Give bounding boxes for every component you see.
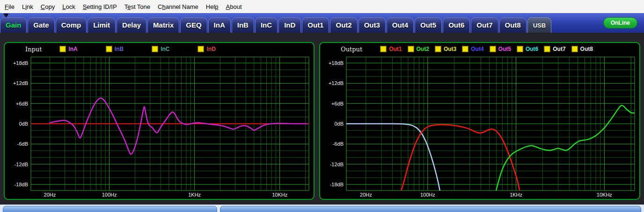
- x-tick-label: 20Hz: [360, 192, 372, 198]
- menu-item-help[interactable]: Help: [202, 1, 222, 13]
- tab-out3[interactable]: Out3: [359, 17, 386, 33]
- legend-label-out5: Out5: [498, 46, 511, 52]
- y-tick-label: 0dB: [19, 121, 28, 127]
- tab-out4[interactable]: Out4: [387, 17, 414, 33]
- menu-item-copy[interactable]: Copy: [37, 1, 59, 13]
- legend-checkbox-out5[interactable]: [490, 46, 496, 52]
- x-tick-label: 20Hz: [44, 192, 56, 198]
- legend-item-inc: InC: [152, 46, 169, 52]
- chevron-down-icon[interactable]: [3, 14, 9, 18]
- bottom-panel-header-right: [220, 206, 641, 212]
- y-tick-label: -12dB: [15, 162, 28, 167]
- tab-gain[interactable]: Gain: [0, 17, 27, 33]
- legend-label-out1: Out1: [389, 46, 402, 52]
- online-status-button[interactable]: OnLine: [603, 17, 637, 28]
- legend-label-inc: InC: [161, 46, 169, 52]
- legend-label-ina: InA: [68, 46, 77, 52]
- output-eq-plot: +18dB+12dB+6dB0dB-6dB-12dB-18dB20Hz100Hz…: [320, 55, 639, 199]
- menu-item-file[interactable]: File: [1, 1, 18, 13]
- legend-item-ind: InD: [198, 46, 215, 52]
- legend-label-out8: Out8: [580, 46, 593, 52]
- graph-area: Input InAInBInCInD +18dB+12dB+6dB0dB-6dB…: [0, 33, 644, 205]
- tab-geq[interactable]: GEQ: [180, 17, 207, 33]
- panel-title: Input: [25, 46, 42, 53]
- x-tick-label: 100Hz: [420, 192, 435, 198]
- y-tick-label: -18dB: [330, 182, 344, 187]
- output-legend: Out1Out2Out3Out4Out5Out6Out7Out8: [380, 46, 599, 52]
- legend-checkbox-out1[interactable]: [380, 46, 387, 52]
- tab-out2[interactable]: Out2: [330, 17, 357, 33]
- curve-out4: [346, 124, 440, 195]
- tab-ina[interactable]: InA: [208, 17, 231, 33]
- legend-checkbox-out3[interactable]: [435, 46, 441, 52]
- menu-item-about[interactable]: About: [222, 1, 246, 13]
- tab-out1[interactable]: Out1: [302, 17, 329, 33]
- tab-matrix[interactable]: Matrix: [147, 17, 179, 33]
- y-tick-label: -6dB: [333, 141, 344, 147]
- menu-item-test-tone[interactable]: Test Tone: [121, 1, 154, 13]
- legend-item-out8: Out8: [571, 46, 593, 52]
- bottom-panel-header-left: [3, 206, 217, 212]
- y-tick-label: -6dB: [17, 141, 28, 147]
- legend-item-out2: Out2: [408, 46, 429, 52]
- legend-checkbox-out2[interactable]: [408, 46, 414, 52]
- legend-label-inb: InB: [115, 46, 124, 52]
- tab-inc[interactable]: InC: [255, 17, 278, 33]
- legend-checkbox-ina[interactable]: [59, 46, 66, 52]
- menu-bar: FileLinkCopyLockSetting ID/IPTest ToneCh…: [0, 0, 644, 13]
- menu-item-setting-id-ip[interactable]: Setting ID/IP: [79, 1, 121, 13]
- input-legend: InAInBInCInD: [59, 46, 243, 52]
- y-tick-label: +18dB: [329, 60, 344, 66]
- y-tick-label: +6dB: [16, 101, 28, 106]
- output-panel-header: Output Out1Out2Out3Out4Out5Out6Out7Out8: [320, 43, 639, 55]
- tab-limit[interactable]: Limit: [88, 17, 116, 33]
- x-tick-label: 10KHz: [597, 192, 612, 198]
- input-eq-svg: +18dB+12dB+6dB0dB-6dB-12dB-18dB20Hz100Hz…: [5, 55, 314, 199]
- tab-delay[interactable]: Delay: [117, 17, 146, 33]
- legend-item-out1: Out1: [380, 46, 402, 52]
- curve-ina: [50, 98, 307, 154]
- menu-item-link[interactable]: Link: [18, 1, 37, 13]
- tab-out7[interactable]: Out7: [471, 17, 498, 33]
- legend-item-out7: Out7: [544, 46, 565, 52]
- legend-checkbox-out6[interactable]: [517, 46, 523, 52]
- y-tick-label: 0dB: [334, 121, 344, 127]
- tab-usb[interactable]: USB: [527, 17, 551, 33]
- x-tick-label: 1KHz: [510, 192, 522, 198]
- legend-item-inb: InB: [106, 46, 124, 52]
- legend-item-out3: Out3: [435, 46, 456, 52]
- legend-label-out4: Out4: [471, 46, 483, 52]
- tab-inb[interactable]: InB: [232, 17, 254, 33]
- tab-out6[interactable]: Out6: [443, 17, 470, 33]
- x-tick-label: 1KHz: [188, 192, 201, 198]
- legend-label-out3: Out3: [444, 46, 456, 52]
- legend-item-out4: Out4: [462, 46, 483, 52]
- input-eq-panel: Input InAInBInCInD +18dB+12dB+6dB0dB-6dB…: [4, 42, 315, 200]
- legend-label-out7: Out7: [553, 46, 565, 52]
- legend-item-out5: Out5: [490, 46, 511, 52]
- legend-label-out2: Out2: [417, 46, 429, 52]
- tab-out8[interactable]: Out8: [499, 17, 527, 33]
- legend-checkbox-out7[interactable]: [544, 46, 550, 52]
- y-tick-label: -12dB: [330, 162, 344, 167]
- menu-item-lock[interactable]: Lock: [59, 1, 79, 13]
- x-tick-label: 10KHz: [272, 192, 287, 198]
- x-tick-label: 100Hz: [102, 192, 117, 198]
- tab-gate[interactable]: Gate: [28, 17, 54, 33]
- output-eq-panel: Output Out1Out2Out3Out4Out5Out6Out7Out8 …: [319, 42, 640, 200]
- legend-item-ina: InA: [59, 46, 77, 52]
- menu-item-channel-name[interactable]: Channel Name: [154, 1, 202, 13]
- bottom-panels-strip: [0, 205, 644, 212]
- legend-label-ind: InD: [206, 46, 215, 52]
- y-tick-label: -18dB: [15, 182, 28, 187]
- legend-checkbox-inc[interactable]: [152, 46, 158, 52]
- tab-comp[interactable]: Comp: [56, 17, 87, 33]
- legend-checkbox-ind[interactable]: [198, 46, 204, 52]
- tab-out5[interactable]: Out5: [415, 17, 442, 33]
- y-tick-label: +6dB: [331, 101, 344, 106]
- legend-checkbox-out4[interactable]: [462, 46, 468, 52]
- legend-checkbox-out8[interactable]: [571, 46, 578, 52]
- tab-ind[interactable]: InD: [278, 17, 301, 33]
- legend-checkbox-inb[interactable]: [106, 46, 112, 52]
- panel-title: Output: [341, 46, 362, 53]
